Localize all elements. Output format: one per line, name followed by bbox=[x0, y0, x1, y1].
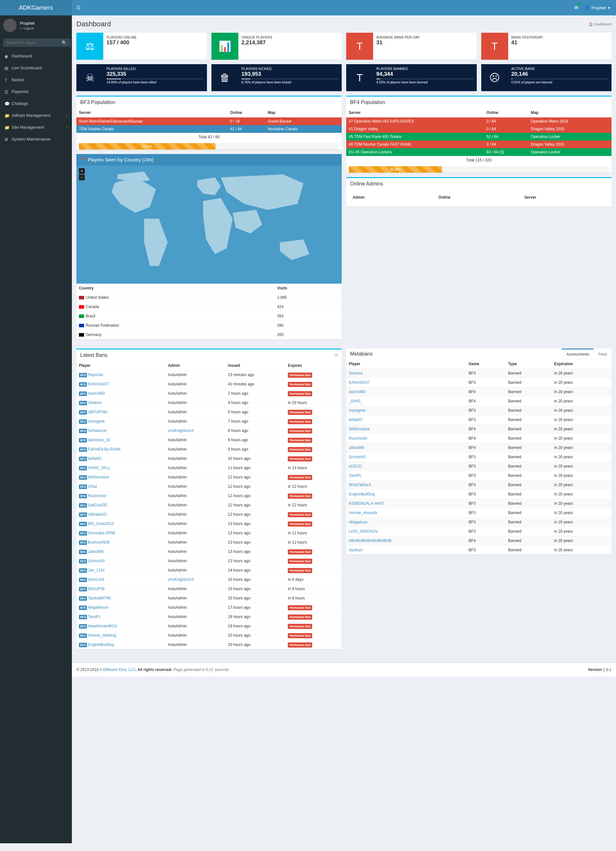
online-admins-title: Online Admins bbox=[350, 181, 383, 187]
server-row[interactable]: Rush Metro/Seine/Damavand/Bazaar0 / 16Gr… bbox=[77, 117, 342, 125]
player-link[interactable]: EnglishBullDog bbox=[88, 642, 114, 647]
player-link[interactable]: 69GUF69 bbox=[88, 586, 105, 591]
player-link[interactable]: dash3450 bbox=[88, 391, 105, 395]
sidebar-toggle[interactable]: ☰ bbox=[72, 5, 85, 10]
admin-link[interactable]: xXxKnightsXxX bbox=[168, 577, 194, 582]
player-link[interactable]: Ayythan bbox=[349, 548, 362, 552]
user-menu[interactable]: 👤 Prophet ▾ bbox=[584, 6, 610, 10]
logout-link[interactable]: ↪ Logout bbox=[20, 27, 35, 30]
sidebar-item-dashboard[interactable]: ◉Dashboard bbox=[0, 50, 72, 62]
player-link[interactable]: TacticalMTWi bbox=[88, 596, 111, 600]
permanent-ban-badge: Permanent Ban bbox=[288, 447, 312, 452]
tab-assessments[interactable]: Assessments bbox=[562, 349, 593, 359]
player-link[interactable]: Joe_1141 bbox=[88, 568, 105, 573]
player-link[interactable]: KANASAI37 bbox=[88, 382, 109, 386]
logo[interactable]: ADKGamers bbox=[0, 0, 72, 15]
page-title: Dashboard bbox=[77, 20, 111, 28]
player-link[interactable]: Xtreme_dribbing bbox=[88, 633, 116, 637]
player-link[interactable]: motogeek bbox=[88, 419, 105, 424]
player-link[interactable]: HARD_SKLL bbox=[88, 466, 110, 470]
world-map[interactable]: + − bbox=[77, 165, 342, 284]
search-input[interactable] bbox=[3, 39, 58, 47]
player-link[interactable]: KIDBENGALA-AK47 bbox=[349, 501, 384, 506]
banlist-icon: T bbox=[5, 78, 9, 82]
player-link[interactable]: KANASAI37 bbox=[349, 380, 370, 385]
ban-row: BF4Jafas666AutoAdmin13 hours agoPermanen… bbox=[77, 547, 342, 556]
map-zoom-in[interactable]: + bbox=[79, 168, 85, 174]
server-row[interactable]: TDM Noshar Canals42 / 64Noshahar Canals bbox=[77, 125, 342, 133]
player-link[interactable]: dash3450 bbox=[349, 389, 366, 394]
player-link[interactable]: 1fedorvi bbox=[88, 400, 102, 405]
sidebar-item-live-scoreboard[interactable]: ▤Live Scoreboard bbox=[0, 62, 72, 74]
breadcrumb[interactable]: 🏠 Dashboard bbox=[589, 22, 611, 26]
admin-link[interactable]: xXxKnightsXxX bbox=[168, 429, 194, 433]
player-link[interactable]: MrVaTaRaxX bbox=[349, 483, 371, 487]
player-link[interactable]: Rep41kk bbox=[88, 373, 103, 377]
player-link[interactable]: Sent1nz4 bbox=[88, 577, 104, 582]
player-link[interactable]: _0VK0_ bbox=[349, 399, 362, 403]
player-link[interactable]: Schwanzie bbox=[88, 429, 107, 433]
player-link[interactable]: NegaMinion bbox=[88, 605, 108, 610]
ban-row: BF3dash3450AutoAdmin2 hours agoPermanent… bbox=[77, 389, 342, 398]
player-link[interactable]: darkneos_19 bbox=[88, 438, 110, 442]
latest-bans-title: Latest Bans bbox=[80, 352, 107, 358]
player-link[interactable]: Russmotor bbox=[88, 493, 107, 498]
stat-players-kicked: 🗑PLAYERS KICKED193,9538.76% of players h… bbox=[212, 64, 342, 91]
player-link[interactable]: Jafas666 bbox=[88, 549, 104, 554]
server-row[interactable]: #5 TDM Fast Rank 400 Tickets52 / 64Opera… bbox=[346, 133, 611, 141]
player-link[interactable]: Ammar_Ahmadx bbox=[349, 511, 377, 515]
sidebar-item-playerlist[interactable]: ☰Playerlist bbox=[0, 86, 72, 98]
tab-feed[interactable]: Feed bbox=[594, 349, 611, 359]
metaban-row: LION_SIMONOVBF3Bannedin 20 years bbox=[346, 527, 611, 536]
sidebar-item-system-maintenance[interactable]: ⚙System Maintenance bbox=[0, 133, 72, 145]
player-link[interactable]: keflat03 bbox=[88, 456, 101, 461]
game-badge: BF3 bbox=[79, 615, 87, 619]
player-link[interactable]: Budrow4508 bbox=[88, 540, 110, 544]
player-link[interactable]: xD3132 bbox=[349, 464, 362, 469]
player-link[interactable]: keflat03 bbox=[349, 418, 362, 422]
player-link[interactable]: 1thaz bbox=[88, 484, 97, 489]
metabans-title: Metabans bbox=[350, 349, 373, 359]
server-row[interactable]: EU #5 Operation Lockers63 / 64 (3)Operat… bbox=[346, 148, 611, 156]
player-link[interactable]: MG_Crew2013 bbox=[88, 522, 114, 526]
player-link[interactable]: WillSinclaire bbox=[349, 427, 370, 431]
search-button[interactable]: 🔍 bbox=[58, 39, 71, 47]
sidebar-item-site-management[interactable]: 📁Site Management‹ bbox=[0, 121, 72, 133]
footer-link[interactable]: A Different Kind, LLC bbox=[99, 668, 135, 672]
playerlist-icon: ☰ bbox=[5, 90, 9, 94]
player-link[interactable]: Sorocaba-SP98 bbox=[88, 531, 115, 535]
server-row[interactable]: #6 TDM Noshar Canals FAST RANK0 / 64Drag… bbox=[346, 141, 611, 148]
game-badge: BF3 bbox=[79, 438, 87, 442]
chat-icon: 💬 bbox=[5, 101, 9, 106]
messages-icon[interactable]: ✉ bbox=[574, 5, 578, 11]
player-link[interactable]: SallGooDD bbox=[88, 503, 107, 507]
player-link[interactable]: Sevrons bbox=[349, 371, 363, 376]
player-link[interactable]: Jafas666 bbox=[349, 445, 365, 450]
permanent-ban-badge: Permanent Ban bbox=[288, 642, 312, 648]
player-link[interactable]: FaRmEd-By-EtniiN bbox=[88, 447, 120, 451]
game-badge: BF4 bbox=[79, 540, 87, 545]
ban-row: BF3motogeekAutoAdmin7 hours agoPermanent… bbox=[77, 417, 342, 426]
player-link[interactable]: oBFURYBo bbox=[88, 410, 108, 414]
server-row[interactable]: #7 Operation Metro NO EXPLOSIVES0 / 64Op… bbox=[346, 117, 611, 125]
player-link[interactable]: HeadHunterBGG bbox=[88, 624, 117, 628]
server-row[interactable]: #1 Dragon Valley0 / 64Dragon Valley 2015 bbox=[346, 125, 611, 133]
player-link[interactable]: motogeek bbox=[349, 408, 366, 413]
map-zoom-out[interactable]: − bbox=[79, 174, 85, 180]
player-link[interactable]: TarviPL bbox=[349, 473, 362, 478]
player-link[interactable]: HBHBHBHBHBHBHBHB bbox=[349, 538, 391, 543]
sidebar-item-adkats-management[interactable]: 📁AdKats Management‹ bbox=[0, 110, 72, 121]
player-link[interactable]: ValhallaXD bbox=[88, 512, 107, 517]
player-link[interactable]: EnglishBullDog bbox=[349, 492, 375, 496]
player-link[interactable]: xMagatsux bbox=[349, 520, 367, 524]
player-link[interactable]: TarviPL bbox=[88, 615, 101, 619]
player-link[interactable]: ScHnicK0 bbox=[349, 455, 366, 459]
player-link[interactable]: WillSinclaire bbox=[88, 475, 109, 480]
sidebar-item-chatlogs[interactable]: 💬Chatlogs bbox=[0, 98, 72, 110]
refresh-icon[interactable]: ⟳ bbox=[335, 353, 338, 358]
sidebar-item-banlist[interactable]: TBanlist bbox=[0, 74, 72, 86]
player-link[interactable]: Russmotor bbox=[349, 436, 367, 441]
player-link[interactable]: ScHnicK0 bbox=[88, 559, 105, 563]
player-link[interactable]: LION_SIMONOV bbox=[349, 529, 378, 534]
user-icon: 👤 bbox=[584, 6, 589, 10]
